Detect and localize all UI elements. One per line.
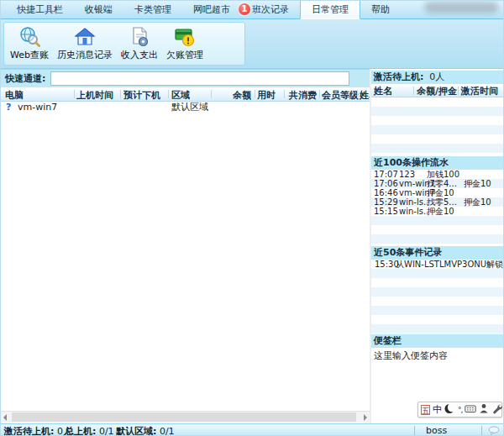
- web-audit-icon: [18, 26, 40, 48]
- pending-col-name[interactable]: 姓名: [374, 85, 392, 97]
- message-bubble-icon[interactable]: [488, 426, 500, 436]
- operation-row[interactable]: 16:46 vm-win7 押金10: [371, 188, 504, 197]
- ime-wubi-icon[interactable]: 五: [421, 405, 430, 415]
- pending-table-header: 姓名 余额/押金 激活时间: [371, 84, 504, 97]
- right-side-panel: 激活待上机: 0人 姓名 余额/押金 激活时间 近100条操作流水 17:07 …: [371, 69, 504, 423]
- col-balance[interactable]: 余额: [213, 89, 251, 102]
- op-extra: 押金10: [464, 197, 491, 207]
- op-action: 找零5...: [427, 197, 457, 207]
- operation-row[interactable]: 17:06 vm-win7 找零4... 押金10: [371, 179, 504, 188]
- events-list: 15:30 从WIN-LSTLMVP3ONU解锁: [371, 260, 504, 334]
- history-message-button[interactable]: 历史消息记录: [53, 24, 117, 63]
- pending-table-body: [371, 97, 504, 156]
- scroll-right-arrow-icon[interactable]: [364, 414, 367, 421]
- event-text: 从WIN-LSTLMVP3ONU解锁: [396, 260, 503, 269]
- status-area-label: 默认区域:: [116, 426, 156, 436]
- ime-settings-wrench-icon[interactable]: [491, 403, 502, 417]
- pending-col-deposit[interactable]: 余额/押金: [417, 85, 457, 97]
- col-duration[interactable]: 用时: [257, 89, 276, 102]
- col-start-time[interactable]: 上机时间: [76, 89, 113, 102]
- op-name: win-ls..: [399, 207, 428, 216]
- income-expense-label: 收入支出: [121, 49, 158, 61]
- home-history-icon: [74, 26, 96, 48]
- status-total-value: 0/1: [99, 426, 114, 436]
- income-expense-icon: [129, 26, 150, 48]
- col-member-level[interactable]: 会员等级: [322, 89, 359, 102]
- pending-users-title: 激活待上机:: [374, 71, 423, 82]
- col-end-time[interactable]: 预计下机: [123, 89, 160, 102]
- events-header: 近50条事件记录: [371, 246, 504, 260]
- computer-table-header: 电脑 上机时间 预计下机 区域 余额 用时 共消费 会员等级 姓名: [1, 87, 370, 102]
- operations-list: 17:07 123 加钱100 17:06 vm-win7 找零4... 押金1…: [371, 170, 504, 246]
- status-area-value: 0/1: [160, 426, 175, 436]
- op-time: 17:07: [374, 170, 398, 179]
- col-computer[interactable]: 电脑: [5, 89, 24, 102]
- op-action: 找零4...: [427, 179, 457, 188]
- computer-table-body: ? vm-win7 默认区域: [1, 102, 370, 411]
- operation-row[interactable]: 17:07 123 加钱100: [371, 170, 504, 179]
- tab-quick-toolbar[interactable]: 快捷工具栏: [6, 0, 74, 18]
- notes-header: 便签栏: [371, 334, 504, 348]
- ime-user-icon[interactable]: [479, 403, 489, 417]
- pending-users-count: 0人: [429, 71, 444, 82]
- scroll-left-arrow-icon[interactable]: [3, 414, 7, 421]
- ime-fullwidth-moon-icon[interactable]: [444, 403, 455, 417]
- operations-title: 近100条操作流水: [374, 157, 449, 168]
- op-action: 押金10: [427, 188, 454, 197]
- debt-management-label: 欠账管理: [166, 49, 203, 61]
- operation-row[interactable]: 15:15 win-ls.. 押金10: [371, 207, 504, 216]
- status-total-label: 总上机:: [65, 426, 96, 436]
- computer-row-vm-win7[interactable]: ? vm-win7 默认区域: [1, 102, 370, 113]
- toolbar-button-group: Web查账 历史消息记录: [3, 22, 245, 66]
- debt-management-button[interactable]: 欠账管理: [162, 24, 207, 63]
- col-total-spent[interactable]: 共消费: [286, 89, 317, 102]
- billing-app-window: 快捷工具栏 收银端 卡类管理 网吧超市 班次记录 日常管理 帮助 1: [0, 0, 504, 436]
- op-extra: 押金10: [464, 179, 491, 188]
- col-name[interactable]: 姓名: [360, 89, 370, 102]
- notes-title: 便签栏: [374, 335, 402, 346]
- scrollbar-thumb[interactable]: [12, 412, 356, 422]
- op-time: 16:46: [374, 188, 398, 197]
- event-row[interactable]: 15:30 从WIN-LSTLMVP3ONU解锁: [371, 260, 504, 269]
- tab-help[interactable]: 帮助: [360, 0, 401, 18]
- pending-col-time[interactable]: 激活时间: [461, 85, 498, 97]
- ime-language-bar: 五 中 °,: [417, 402, 502, 418]
- quick-channel-row: 快速通道:: [1, 69, 370, 87]
- status-pending-label: 激活待上机:: [4, 426, 54, 436]
- income-expense-button[interactable]: 收入支出: [117, 24, 162, 63]
- status-bar: 激活待上机: 0人 总上机: 0/1 默认区域: 0/1 boss: [1, 423, 504, 436]
- operations-header: 近100条操作流水: [371, 156, 504, 170]
- events-title: 近50条事件记录: [374, 247, 442, 258]
- tab-card-management[interactable]: 卡类管理: [123, 0, 182, 18]
- history-message-label: 历史消息记录: [57, 49, 113, 61]
- question-icon: ?: [6, 102, 11, 113]
- web-audit-button[interactable]: Web查账: [6, 24, 53, 63]
- toolbar-ribbon: Web查账 历史消息记录: [1, 19, 504, 69]
- ime-keyboard-icon[interactable]: [465, 403, 476, 417]
- op-time: 15:15: [374, 207, 398, 216]
- ime-punctuation-icon[interactable]: °,: [458, 406, 462, 414]
- status-pending: 激活待上机: 0人: [4, 425, 72, 436]
- horizontal-scrollbar[interactable]: [1, 411, 370, 423]
- status-username: boss: [426, 425, 447, 436]
- computer-area: 默认区域: [171, 102, 208, 113]
- op-name: 123: [399, 170, 415, 179]
- blurred-watermark: [424, 2, 498, 13]
- tab-daily-management[interactable]: 日常管理: [300, 0, 360, 19]
- op-action: 加钱100: [427, 170, 459, 179]
- op-action: 押金10: [427, 207, 454, 216]
- col-area[interactable]: 区域: [171, 89, 190, 102]
- ime-chinese-mode-icon[interactable]: 中: [433, 405, 442, 415]
- operation-row[interactable]: 15:29 win-ls.. 找零5... 押金10: [371, 197, 504, 207]
- pending-users-header: 激活待上机: 0人: [371, 71, 504, 84]
- tab-cafe-market[interactable]: 网吧超市: [182, 0, 241, 18]
- op-name: win-ls..: [399, 197, 428, 207]
- tab-cashier[interactable]: 收银端: [74, 0, 123, 18]
- quick-channel-input[interactable]: [50, 71, 349, 86]
- debt-warning-icon: [174, 26, 196, 48]
- web-audit-label: Web查账: [10, 49, 49, 61]
- quick-channel-label: 快速通道:: [5, 72, 45, 85]
- op-time: 15:29: [374, 197, 398, 207]
- op-time: 17:06: [374, 179, 398, 188]
- status-area: 默认区域: 0/1: [116, 425, 175, 436]
